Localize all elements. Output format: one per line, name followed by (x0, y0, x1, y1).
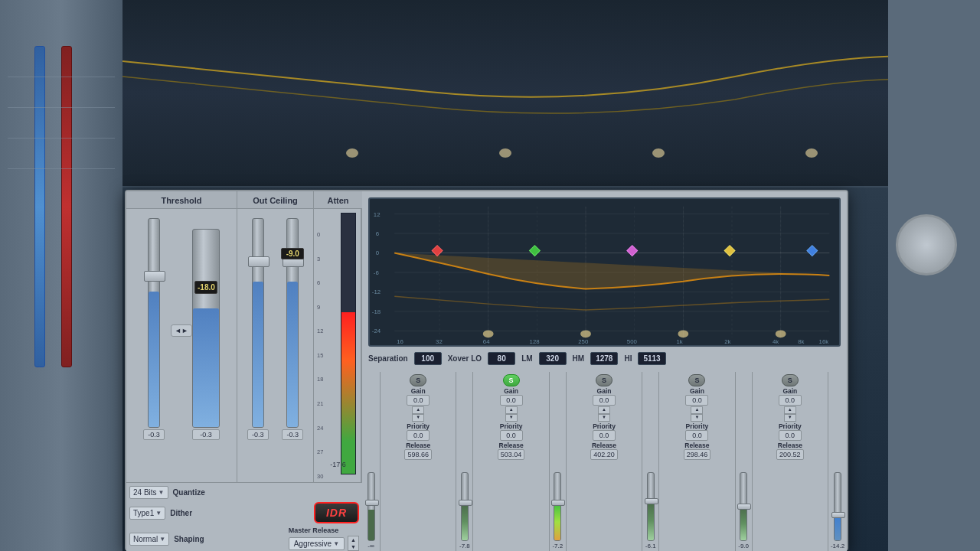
shaping-dropdown[interactable]: Normal ▼ (129, 533, 169, 546)
background-eq-display (122, 0, 888, 187)
xover-hm-value[interactable]: 1278 (590, 352, 618, 365)
master-release-dropdown[interactable]: Aggressive ▼ (289, 537, 345, 550)
solo-btn-5[interactable]: S (782, 374, 799, 386)
inter-fader-fill-1 (462, 504, 468, 540)
band-strip-5: S Gain 0.0 ▲ ▼ Priority 0.0 Release 200.… (753, 372, 828, 551)
left-fader-track[interactable] (368, 472, 375, 541)
release-value-1: 598.66 (404, 449, 432, 460)
solo-btn-4[interactable]: S (688, 374, 705, 386)
gain-up-4[interactable]: ▲ (691, 406, 703, 414)
spin-down[interactable]: ▼ (348, 543, 358, 550)
quantize-dropdown[interactable]: 24 Bits ▼ (129, 486, 168, 499)
gain-up-1[interactable]: ▲ (412, 406, 424, 414)
gain-up-2[interactable]: ▲ (505, 406, 518, 414)
xover-lo-value[interactable]: 80 (488, 352, 515, 365)
gain-spin-2[interactable]: ▲ ▼ (505, 406, 518, 422)
release-label-3: Release (592, 442, 616, 449)
gain-spin-5[interactable]: ▲ ▼ (784, 406, 796, 422)
svg-point-1 (499, 148, 511, 158)
right-fader-track[interactable] (834, 472, 841, 541)
atten-meter-area: 0 3 6 9 12 15 18 21 24 27 30 (314, 209, 362, 481)
release-value-5: 200.52 (776, 449, 804, 460)
xover-hi-value[interactable]: 5113 (638, 352, 665, 365)
inter-fader-handle-1[interactable] (459, 500, 472, 506)
band-strip-2: S Gain 0.0 ▲ ▼ Priority 0.0 Release 503.… (473, 372, 549, 551)
gain-label-1: Gain (411, 387, 426, 395)
gain-spin-1[interactable]: ▲ ▼ (412, 406, 424, 422)
left-fader-handle[interactable] (365, 500, 379, 506)
dither-label: Dither (170, 509, 192, 517)
inter-fader-handle-4[interactable] (737, 504, 751, 510)
gain-down-4[interactable]: ▼ (691, 414, 703, 422)
band-strip-4: S Gain 0.0 ▲ ▼ Priority 0.0 Release 298.… (659, 372, 735, 551)
svg-text:6: 6 (376, 230, 380, 237)
solo-btn-1[interactable]: S (410, 374, 426, 386)
svg-text:64: 64 (483, 338, 490, 345)
background-faders (0, 0, 122, 551)
scale-line (8, 138, 115, 139)
gain-spin-4[interactable]: ▲ ▼ (691, 406, 703, 422)
out-ceiling-header: Out Ceiling (237, 191, 313, 209)
inter-fader-track-2[interactable] (554, 472, 561, 541)
master-release-spin[interactable]: ▲ ▼ (348, 536, 359, 551)
xover-lm-value[interactable]: 320 (539, 352, 567, 365)
out-ceiling-handle-1[interactable] (248, 256, 270, 267)
spin-up[interactable]: ▲ (348, 536, 358, 543)
inter-fader-handle-2[interactable] (551, 500, 565, 506)
eq-display[interactable]: 12 6 0 -6 -12 -18 -24 (368, 197, 841, 347)
threshold-link[interactable]: ◄► (171, 324, 192, 337)
release-value-3: 402.20 (590, 449, 618, 460)
inter-fader-handle-3[interactable] (645, 498, 658, 504)
right-edge-fader: -14.2 (828, 372, 847, 551)
svg-text:500: 500 (627, 338, 638, 345)
out-ceiling-value-1: -0.3 (247, 429, 269, 440)
svg-text:2k: 2k (724, 338, 730, 345)
gain-label-3: Gain (597, 387, 612, 395)
gain-down-3[interactable]: ▼ (598, 414, 610, 422)
left-fader-value: -∞ (368, 543, 374, 549)
gain-up-5[interactable]: ▲ (784, 406, 796, 414)
gain-down-2[interactable]: ▼ (505, 414, 518, 422)
right-fader-handle[interactable] (831, 512, 845, 518)
dither-idr-row: Type1 ▼ Dither IDR (129, 502, 359, 523)
threshold-track-1[interactable] (148, 218, 160, 428)
scale-18: 18 (317, 377, 323, 383)
out-ceiling-track-2[interactable]: -9.0 (286, 218, 299, 428)
scale-line (8, 168, 115, 169)
svg-text:8k: 8k (798, 338, 804, 345)
inter-fader-1: -7.8 (456, 372, 473, 551)
out-ceiling-fill-1 (253, 282, 263, 427)
scale-line (8, 107, 115, 108)
separation-value[interactable]: 100 (414, 352, 442, 365)
threshold-handle-1[interactable] (144, 271, 165, 282)
master-release-arrow: ▼ (333, 540, 339, 547)
xover-hm-label: HM (573, 354, 585, 363)
solo-btn-3[interactable]: S (596, 374, 612, 386)
threshold-value-1: -0.3 (143, 429, 165, 440)
out-ceiling-fader-1: -0.3 (247, 218, 269, 440)
scale-21: 21 (317, 401, 323, 407)
threshold-track-main[interactable]: -18.0 (192, 229, 220, 428)
solo-btn-2[interactable]: S (503, 374, 520, 386)
priority-value-5: 0.0 (779, 430, 802, 441)
out-ceiling-track-1[interactable] (252, 218, 264, 428)
inter-fader-3: -6.1 (642, 372, 659, 551)
release-value-4: 298.46 (684, 449, 711, 460)
inter-fader-track-4[interactable] (740, 472, 747, 541)
out-ceiling-section: Out Ceiling -0.3 -9.0 (237, 191, 314, 482)
bg-fader-blue (34, 46, 45, 367)
inter-fader-track-3[interactable] (647, 472, 655, 541)
atten-header: Atten (314, 191, 362, 209)
svg-text:16k: 16k (819, 338, 829, 345)
right-knob[interactable] (896, 214, 957, 276)
inter-fader-fill-4 (740, 507, 746, 540)
idr-button[interactable]: IDR (314, 502, 359, 523)
dither-dropdown[interactable]: Type1 ▼ (129, 507, 165, 520)
inter-fader-track-1[interactable] (461, 472, 469, 541)
gain-down-1[interactable]: ▼ (412, 414, 424, 422)
gain-spin-3[interactable]: ▲ ▼ (598, 406, 610, 422)
shaping-label: Shaping (174, 535, 204, 543)
gain-up-3[interactable]: ▲ (598, 406, 610, 414)
gain-down-5[interactable]: ▼ (784, 414, 796, 422)
atten-scale: 0 3 6 9 12 15 18 21 24 27 30 (315, 210, 323, 480)
